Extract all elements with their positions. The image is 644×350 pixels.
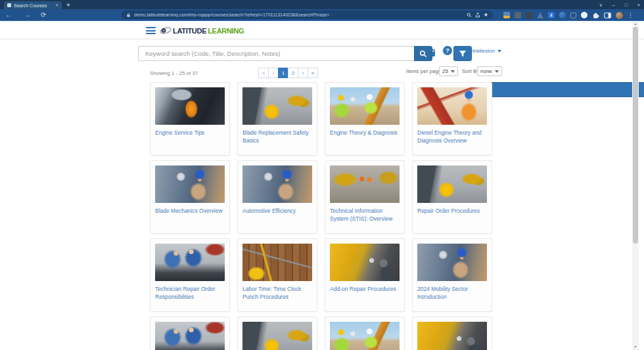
share-icon[interactable] xyxy=(475,12,480,18)
course-thumbnail[interactable] xyxy=(155,165,225,203)
course-card: Blade Mechanics Overview xyxy=(150,160,230,234)
pagination-item[interactable]: 1 xyxy=(278,68,288,78)
back-button[interactable]: ← xyxy=(5,11,12,19)
refresh-button[interactable]: ⟳ xyxy=(41,11,46,19)
window-minimize-icon[interactable]: – xyxy=(612,3,615,7)
tab-close-icon[interactable]: × xyxy=(55,3,58,8)
pagination-item[interactable]: » xyxy=(308,68,318,78)
extension-icon[interactable] xyxy=(559,12,566,18)
course-thumbnail[interactable] xyxy=(417,87,487,125)
pagination-item: ‹ xyxy=(268,68,279,78)
course-thumbnail[interactable] xyxy=(155,87,225,125)
search-icon xyxy=(419,50,427,58)
extension-icon[interactable] xyxy=(537,12,543,18)
course-card: Blade Replacement Safety Basics xyxy=(237,82,317,156)
sort-by-value: none xyxy=(480,68,492,74)
scrollbar-thumb[interactable] xyxy=(633,27,638,244)
course-thumbnail[interactable] xyxy=(242,322,312,350)
course-title-link[interactable]: Diesel Engine Theory and Diagnosis Overv… xyxy=(417,129,487,145)
filter-button[interactable] xyxy=(453,46,472,61)
course-title-link[interactable]: Engine Service Tips xyxy=(155,129,225,137)
extension-icon[interactable] xyxy=(581,12,587,18)
extension-icon[interactable]: z xyxy=(548,12,555,18)
course-title-link[interactable]: Technician Repair Order Responsibilities xyxy=(155,285,225,301)
pagination-item[interactable]: › xyxy=(298,68,308,78)
items-per-page-select[interactable]: 25 xyxy=(439,66,458,76)
course-thumbnail[interactable] xyxy=(155,322,225,350)
pagination: «‹12›» xyxy=(259,68,318,78)
course-card: Add-on Repair Procedures xyxy=(325,238,405,312)
course-card xyxy=(412,317,492,350)
course-card: Labor Time: Time Clock Punch Procedures xyxy=(237,238,317,312)
extension-icon[interactable] xyxy=(570,12,576,18)
extension-icon[interactable] xyxy=(526,12,532,18)
url-bar[interactable]: demo.latitudelearning.com/lms-ngapp/cour… xyxy=(122,11,493,19)
extension-icon[interactable] xyxy=(503,12,510,18)
course-card: Technician Repair Order Responsibilities xyxy=(150,238,230,312)
course-thumbnail[interactable] xyxy=(417,244,487,281)
course-card: Engine Theory & Diagnosis xyxy=(325,82,405,156)
course-card xyxy=(325,317,405,350)
sidebar-panel-icon[interactable] xyxy=(604,12,611,19)
course-title-link[interactable]: Blade Mechanics Overview xyxy=(155,207,225,215)
lock-icon xyxy=(126,12,131,18)
course-title-link[interactable]: Repair Order Procedures xyxy=(417,207,487,215)
course-card xyxy=(150,317,230,350)
help-icon[interactable]: ? xyxy=(443,46,452,55)
card-view-button[interactable] xyxy=(474,82,644,97)
course-title-link[interactable]: Labor Time: Time Clock Punch Procedures xyxy=(242,285,312,301)
latitude-learning-logo[interactable]: LATITUDELEARNING xyxy=(160,26,244,35)
course-thumbnail[interactable] xyxy=(417,322,487,350)
course-title-link[interactable]: Add-on Repair Procedures xyxy=(330,285,400,293)
logo-text-latitude: LATITUDE xyxy=(173,27,206,35)
window-restore-icon[interactable]: □ xyxy=(625,3,628,7)
course-title-link[interactable]: Automotive Efficiency xyxy=(242,207,312,215)
course-title-link[interactable]: 2024 Mobility Sector Introduction xyxy=(417,285,487,301)
chevron-down-icon xyxy=(495,70,499,73)
course-title-link[interactable]: Technical Information System (STIS): Ove… xyxy=(330,207,400,223)
window-chevron-icon[interactable]: ∨ xyxy=(599,3,603,7)
course-thumbnail[interactable] xyxy=(330,165,400,203)
logo-text-learning: LEARNING xyxy=(208,27,244,35)
course-card: Diesel Engine Theory and Diagnosis Overv… xyxy=(412,82,492,156)
course-thumbnail[interactable] xyxy=(242,165,312,203)
sort-by-select[interactable]: none xyxy=(477,66,502,76)
keyword-search-input[interactable] xyxy=(138,46,414,61)
funnel-icon xyxy=(459,50,467,58)
course-thumbnail[interactable] xyxy=(242,87,312,125)
course-thumbnail[interactable] xyxy=(155,244,225,281)
browser-toolbar: ← → ⟳ demo.latitudelearning.com/lms-ngap… xyxy=(0,9,644,21)
course-thumbnail[interactable] xyxy=(242,244,312,281)
profile-avatar[interactable] xyxy=(616,12,623,19)
course-card: Engine Service Tips xyxy=(150,82,230,156)
results-count: Showing 1 - 25 of 37 xyxy=(150,70,198,76)
browser-menu-icon[interactable]: ⋮ xyxy=(628,12,633,18)
course-thumbnail[interactable] xyxy=(330,87,400,125)
hamburger-menu-icon[interactable] xyxy=(146,27,156,34)
tab-title: Search Courses xyxy=(14,3,53,8)
browser-titlebar: Search Courses × + ∨ – □ × xyxy=(0,0,644,9)
course-title-link[interactable]: Blade Replacement Safety Basics xyxy=(242,129,312,145)
course-thumbnail[interactable] xyxy=(330,244,400,281)
course-thumbnail[interactable] xyxy=(330,322,400,350)
course-card: Technical Information System (STIS): Ove… xyxy=(325,160,405,234)
bookmark-star-icon[interactable]: ★ xyxy=(484,12,488,18)
keyword-search-button[interactable] xyxy=(414,46,432,61)
scroll-down-icon[interactable]: ▾ xyxy=(632,344,639,350)
course-title-link[interactable]: Engine Theory & Diagnosis xyxy=(330,129,400,137)
course-card xyxy=(237,317,317,350)
window-close-icon[interactable]: × xyxy=(637,3,640,7)
pagination-item[interactable]: 2 xyxy=(288,68,298,78)
logo-swoosh-icon xyxy=(160,26,172,35)
course-grid: Engine Service Tips Blade Replacement Sa… xyxy=(150,82,493,350)
new-tab-button[interactable]: + xyxy=(66,1,70,9)
zoom-page-icon[interactable] xyxy=(467,12,472,18)
extensions-puzzle-icon[interactable] xyxy=(592,12,599,19)
scroll-up-icon[interactable]: ▴ xyxy=(632,21,639,27)
page-scrollbar[interactable]: ▴ ▾ xyxy=(632,21,639,350)
browser-tab[interactable]: Search Courses × xyxy=(4,1,62,9)
course-thumbnail[interactable] xyxy=(417,165,487,203)
items-per-page-value: 25 xyxy=(442,68,448,74)
forward-button[interactable]: → xyxy=(24,11,30,19)
extension-icon[interactable] xyxy=(515,12,521,18)
